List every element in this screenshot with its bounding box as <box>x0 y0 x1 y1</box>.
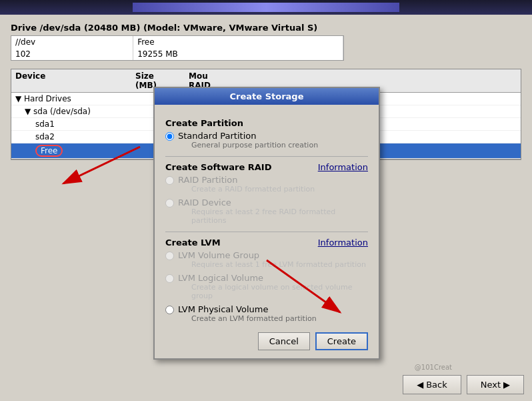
lvm-vg-desc: Requires at least 1 free LVM formatted p… <box>191 260 366 269</box>
create-storage-modal: Create Storage Create Partition Standard… <box>153 87 380 360</box>
modal-buttons: Cancel Create <box>165 332 368 350</box>
drive-info: Drive /dev/sda (20480 MB) (Model: VMware… <box>11 23 521 61</box>
col-device: Device <box>15 71 135 90</box>
radio-raid-device-input[interactable] <box>165 199 174 208</box>
modal-cancel-button[interactable]: Cancel <box>258 332 310 350</box>
section-software-raid: Create Software RAID Information <box>165 162 368 172</box>
drive-table: //dev Free 102 19255 MB <box>11 35 344 61</box>
raid-partition-desc: Create a RAID formatted partition <box>191 185 315 193</box>
radio-lvm-pv-input[interactable] <box>165 306 174 314</box>
radio-lvm-physical-volume[interactable]: LVM Physical Volume Create an LVM format… <box>165 304 368 326</box>
standard-partition-label: Standard Partition <box>178 131 318 141</box>
drive-title: Drive /dev/sda (20480 MB) (Model: VMware… <box>11 23 521 33</box>
divider2 <box>165 232 368 232</box>
radio-standard-partition[interactable]: Standard Partition General purpose parti… <box>165 131 368 152</box>
raid-info-link[interactable]: Information <box>318 162 368 172</box>
free-label: Free <box>35 145 63 157</box>
bottom-nav: ◀ Back Next ▶ <box>0 368 532 401</box>
radio-standard-partition-input[interactable] <box>165 132 174 141</box>
radio-lvm-vg-input[interactable] <box>165 252 174 260</box>
top-bar-decoration <box>133 3 399 12</box>
raid-device-desc: Requires at least 2 free RAID formatted … <box>191 208 368 225</box>
raid-partition-label: RAID Partition <box>178 175 315 185</box>
next-button[interactable]: Next ▶ <box>467 375 524 394</box>
back-button[interactable]: ◀ Back <box>403 375 461 394</box>
radio-raid-partition-input[interactable] <box>165 176 174 185</box>
modal-title: Create Storage <box>155 88 379 105</box>
radio-raid-partition[interactable]: RAID Partition Create a RAID formatted p… <box>165 175 368 196</box>
section-lvm: Create LVM Information <box>165 238 368 248</box>
top-bar <box>0 0 532 15</box>
back-arrow-icon: ◀ <box>417 380 423 390</box>
modal-body: Create Partition Standard Partition Gene… <box>155 105 379 358</box>
lvm-lv-desc: Create a logical volume on selected volu… <box>191 283 368 300</box>
next-arrow-icon: ▶ <box>503 380 510 390</box>
divider1 <box>165 156 368 157</box>
standard-partition-desc: General purpose partition creation <box>191 141 318 149</box>
lvm-vg-label: LVM Volume Group <box>178 250 366 260</box>
modal-create-button[interactable]: Create <box>315 332 368 350</box>
radio-lvm-logical-volume[interactable]: LVM Logical Volume Create a logical volu… <box>165 273 368 303</box>
drive-row1-col1: 102 <box>11 48 133 60</box>
drive-col2-header: Free <box>133 36 343 48</box>
lvm-lv-label: LVM Logical Volume <box>178 273 368 283</box>
section-create-partition: Create Partition <box>165 118 368 128</box>
lvm-pv-label: LVM Physical Volume <box>178 304 317 314</box>
lvm-pv-desc: Create an LVM formatted partition <box>191 314 317 323</box>
radio-lvm-lv-input[interactable] <box>165 274 174 283</box>
drive-row1-col2: 19255 MB <box>133 48 343 60</box>
radio-lvm-volume-group[interactable]: LVM Volume Group Requires at least 1 fre… <box>165 250 368 272</box>
lvm-info-link[interactable]: Information <box>318 238 368 248</box>
radio-raid-device[interactable]: RAID Device Requires at least 2 free RAI… <box>165 197 368 228</box>
drive-col1-header: //dev <box>11 36 133 48</box>
raid-device-label: RAID Device <box>178 197 368 208</box>
watermark: @101Creat <box>415 364 452 371</box>
